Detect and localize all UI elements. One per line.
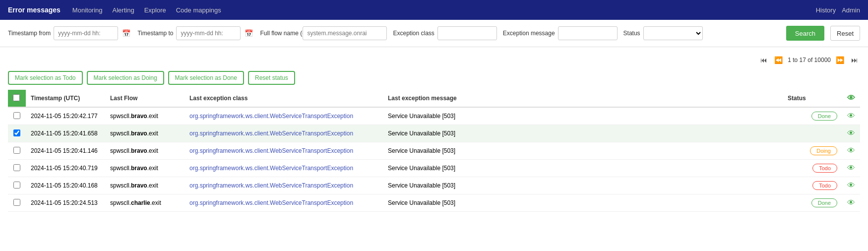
- cell-exception-message: Service Unavailable [503]: [383, 125, 783, 142]
- status-badge: Done: [811, 198, 837, 207]
- last-page-button[interactable]: ⏭: [849, 55, 860, 65]
- cell-last-flow: spwscll.bravo.exit: [105, 160, 185, 177]
- nav-monitoring[interactable]: Monitoring: [72, 4, 103, 16]
- status-group: Status Todo Doing Done: [623, 26, 703, 40]
- row-checkbox[interactable]: [13, 164, 20, 171]
- search-button[interactable]: Search: [786, 26, 824, 41]
- cell-eye: 👁: [842, 125, 860, 142]
- cell-exception-class: org.springframework.ws.client.WebService…: [185, 194, 383, 212]
- pagination-text: 1 to 17 of 10000: [788, 57, 831, 63]
- nav-admin[interactable]: Admin: [842, 6, 860, 14]
- table-row: 2024-11-05 15:20:41.146spwscll.bravo.exi…: [8, 142, 860, 160]
- cell-status: Done: [783, 107, 842, 125]
- cell-last-flow: spwscll.charlie.exit: [105, 194, 185, 212]
- status-select[interactable]: Todo Doing Done: [643, 26, 703, 40]
- cell-last-flow: spwscll.bravo.exit: [105, 107, 185, 125]
- cell-exception-class: org.springframework.ws.client.WebService…: [185, 107, 383, 125]
- select-all-checkbox[interactable]: [13, 94, 20, 101]
- status-badge: Done: [811, 112, 837, 121]
- cell-exception-class: org.springframework.ws.client.WebService…: [185, 160, 383, 177]
- timestamp-from-input[interactable]: [54, 26, 118, 40]
- top-nav: Error messages Monitoring Alerting Explo…: [0, 0, 868, 20]
- reset-status-button[interactable]: Reset status: [248, 71, 295, 85]
- timestamp-from-group: Timestamp from 📅: [8, 26, 131, 40]
- th-exception-message: Last exception message: [383, 90, 783, 107]
- pagination-bar: ⏮ ⏪ 1 to 17 of 10000 ⏩ ⏭: [8, 52, 860, 68]
- row-checkbox[interactable]: [13, 147, 20, 154]
- table-row: 2024-11-05 15:20:41.658spwscll.bravo.exi…: [8, 125, 860, 142]
- row-checkbox[interactable]: [13, 182, 20, 188]
- row-eye-icon[interactable]: 👁: [847, 181, 855, 189]
- prev-page-button[interactable]: ⏪: [772, 55, 785, 65]
- row-checkbox[interactable]: [13, 112, 20, 119]
- row-eye-icon[interactable]: 👁: [847, 112, 855, 120]
- cell-last-flow: spwscll.bravo.exit: [105, 142, 185, 160]
- cell-status: [783, 125, 842, 142]
- first-page-button[interactable]: ⏮: [758, 55, 769, 65]
- cell-exception-message: Service Unavailable [503]: [383, 194, 783, 212]
- nav-history[interactable]: History: [816, 6, 836, 14]
- timestamp-to-calendar-icon[interactable]: 📅: [244, 28, 254, 38]
- th-eye: 👁: [842, 90, 860, 107]
- nav-code-mappings[interactable]: Code mappings: [176, 4, 221, 16]
- th-timestamp: Timestamp (UTC): [26, 90, 105, 107]
- cell-timestamp: 2024-11-05 15:20:40.719: [26, 160, 105, 177]
- cell-status: Doing: [783, 142, 842, 160]
- nav-explore[interactable]: Explore: [144, 4, 166, 16]
- cell-last-flow: spwscll.bravo.exit: [105, 177, 185, 194]
- reset-button[interactable]: Reset: [830, 26, 860, 41]
- row-checkbox[interactable]: [13, 199, 20, 206]
- timestamp-to-label: Timestamp to: [137, 30, 173, 37]
- full-flow-label: Full flow name (exact match): [260, 30, 300, 37]
- next-page-button[interactable]: ⏩: [834, 55, 846, 65]
- brand-title: Error messages: [8, 6, 61, 14]
- timestamp-from-label: Timestamp from: [8, 30, 51, 37]
- mark-doing-button[interactable]: Mark selection as Doing: [87, 71, 164, 85]
- cell-eye: 👁: [842, 142, 860, 160]
- nav-alerting[interactable]: Alerting: [113, 4, 134, 16]
- eye-header-icon: 👁: [847, 94, 855, 102]
- row-eye-icon[interactable]: 👁: [847, 198, 855, 207]
- row-eye-icon[interactable]: 👁: [847, 164, 855, 172]
- status-badge: Todo: [812, 164, 837, 173]
- cell-status: Todo: [783, 160, 842, 177]
- mark-done-button[interactable]: Mark selection as Done: [168, 71, 244, 85]
- cell-exception-message: Service Unavailable [503]: [383, 107, 783, 125]
- cell-exception-class: org.springframework.ws.client.WebService…: [185, 125, 383, 142]
- cell-exception-class: org.springframework.ws.client.WebService…: [185, 142, 383, 160]
- row-eye-icon[interactable]: 👁: [847, 146, 855, 155]
- mark-todo-button[interactable]: Mark selection as Todo: [8, 71, 83, 85]
- exception-message-label: Exception message: [503, 30, 555, 37]
- th-status: Status: [783, 90, 842, 107]
- filter-bar: Timestamp from 📅 Timestamp to 📅 Full flo…: [0, 20, 868, 47]
- cell-exception-class: org.springframework.ws.client.WebService…: [185, 177, 383, 194]
- cell-timestamp: 2024-11-05 15:20:41.658: [26, 125, 105, 142]
- action-bar: Mark selection as Todo Mark selection as…: [8, 68, 860, 90]
- th-last-flow: Last Flow: [105, 90, 185, 107]
- cell-exception-message: Service Unavailable [503]: [383, 142, 783, 160]
- full-flow-input[interactable]: [303, 26, 387, 40]
- select-all-header[interactable]: [8, 90, 26, 107]
- exception-class-input[interactable]: [437, 26, 497, 40]
- row-checkbox[interactable]: [13, 129, 20, 136]
- cell-timestamp: 2024-11-05 15:20:24.513: [26, 194, 105, 212]
- timestamp-from-calendar-icon[interactable]: 📅: [121, 28, 131, 38]
- th-exception-class: Last exception class: [185, 90, 383, 107]
- cell-status: Todo: [783, 177, 842, 194]
- cell-timestamp: 2024-11-05 15:20:42.177: [26, 107, 105, 125]
- cell-eye: 👁: [842, 160, 860, 177]
- cell-exception-message: Service Unavailable [503]: [383, 177, 783, 194]
- status-label: Status: [623, 30, 640, 37]
- cell-eye: 👁: [842, 107, 860, 125]
- cell-timestamp: 2024-11-05 15:20:40.168: [26, 177, 105, 194]
- table-row: 2024-11-05 15:20:40.719spwscll.bravo.exi…: [8, 160, 860, 177]
- cell-status: Done: [783, 194, 842, 212]
- timestamp-to-input[interactable]: [176, 26, 241, 40]
- cell-timestamp: 2024-11-05 15:20:41.146: [26, 142, 105, 160]
- exception-message-input[interactable]: [558, 26, 618, 40]
- row-eye-icon[interactable]: 👁: [847, 129, 855, 137]
- table-row: 2024-11-05 15:20:42.177spwscll.bravo.exi…: [8, 107, 860, 125]
- exception-message-group: Exception message: [503, 26, 618, 40]
- table-row: 2024-11-05 15:20:24.513spwscll.charlie.e…: [8, 194, 860, 212]
- status-badge: Todo: [812, 181, 837, 190]
